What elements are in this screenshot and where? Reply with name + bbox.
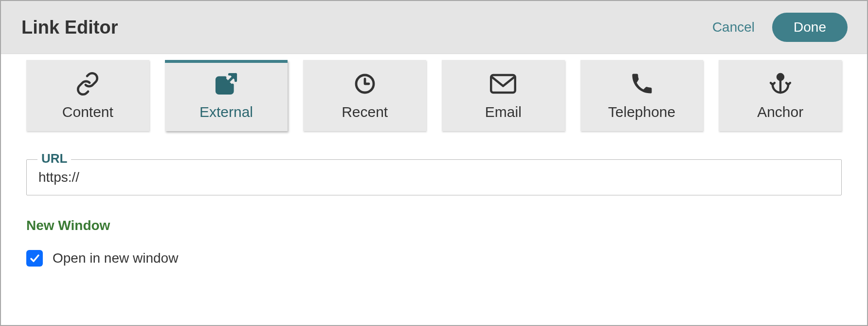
clock-icon xyxy=(351,73,379,95)
url-field-label: URL xyxy=(37,151,71,166)
tab-label: Anchor xyxy=(757,104,803,120)
anchor-icon xyxy=(767,73,794,95)
tab-telephone[interactable]: Telephone xyxy=(580,60,704,131)
header-actions: Cancel Done xyxy=(712,13,848,42)
tab-label: Telephone xyxy=(608,104,675,120)
open-new-window-checkbox[interactable] xyxy=(26,250,43,267)
url-input[interactable] xyxy=(27,160,841,195)
dialog-header: Link Editor Cancel Done xyxy=(1,1,867,54)
tab-content[interactable]: Content xyxy=(26,60,149,131)
tab-label: Email xyxy=(485,104,522,120)
url-field-group: URL xyxy=(26,159,842,195)
svg-rect-3 xyxy=(491,75,516,93)
external-link-form: URL New Window Open in new window xyxy=(1,131,867,286)
done-button[interactable]: Done xyxy=(772,13,848,42)
tab-email[interactable]: Email xyxy=(442,60,565,131)
external-link-icon xyxy=(213,73,240,95)
link-editor-dialog: Link Editor Cancel Done Content xyxy=(0,0,868,326)
tab-label: Recent xyxy=(342,104,388,120)
new-window-section-label: New Window xyxy=(26,218,842,233)
tab-anchor[interactable]: Anchor xyxy=(719,60,842,131)
phone-icon xyxy=(628,73,655,95)
tab-label: Content xyxy=(62,104,113,120)
tab-external[interactable]: External xyxy=(165,60,288,131)
tab-recent[interactable]: Recent xyxy=(303,60,426,131)
open-new-window-row: Open in new window xyxy=(26,250,842,267)
tab-label: External xyxy=(199,104,253,120)
link-type-tabs: Content External Recent xyxy=(1,54,867,131)
open-new-window-label: Open in new window xyxy=(53,250,178,266)
envelope-icon xyxy=(489,73,517,95)
link-icon xyxy=(74,73,101,95)
cancel-button[interactable]: Cancel xyxy=(712,19,755,35)
dialog-title: Link Editor xyxy=(21,17,118,38)
